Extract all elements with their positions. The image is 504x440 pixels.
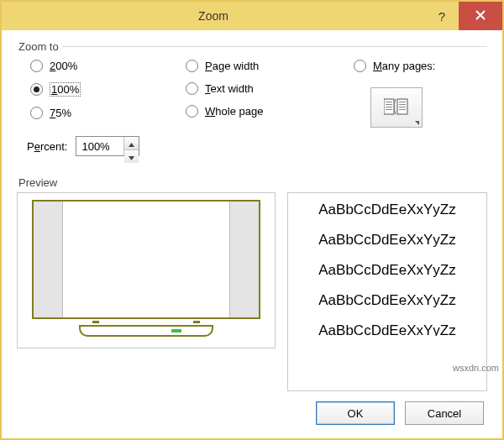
radio-icon: [30, 60, 43, 72]
zoom-dialog: Zoom ? Zoom to 200% 100%: [0, 0, 504, 440]
svg-rect-7: [399, 104, 406, 105]
cancel-button[interactable]: Cancel: [405, 401, 484, 425]
close-button[interactable]: [459, 2, 502, 30]
radio-icon: [354, 60, 366, 72]
ok-button[interactable]: OK: [316, 401, 395, 425]
radio-icon: [30, 107, 43, 119]
close-icon: [475, 10, 486, 23]
radio-75[interactable]: 75%: [30, 107, 177, 119]
many-pages-icon: [384, 97, 409, 118]
preview-label: Preview: [18, 176, 487, 189]
sample-line: AaBbCcDdEeXxYyZz: [295, 232, 480, 249]
radio-icon: [30, 83, 43, 96]
zoom-to-group: Zoom to 200% 100% 75%: [17, 40, 487, 168]
sample-line: AaBbCcDdEeXxYyZz: [295, 202, 480, 218]
radio-many-pages-label: Many pages:: [373, 60, 435, 72]
sample-line: AaBbCcDdEeXxYyZz: [295, 262, 480, 279]
chevron-up-icon: [129, 137, 134, 149]
svg-rect-2: [386, 104, 392, 105]
radio-whole-page[interactable]: Whole page: [186, 105, 345, 118]
radio-100[interactable]: 100%: [30, 82, 177, 97]
svg-rect-1: [386, 102, 392, 102]
radio-200-label: 200%: [50, 60, 77, 72]
svg-rect-3: [386, 107, 392, 107]
chevron-down-icon: [129, 150, 134, 163]
dialog-body: Zoom to 200% 100% 75%: [2, 30, 502, 438]
radio-icon: [186, 105, 198, 118]
radio-icon: [186, 82, 198, 95]
monitor-icon: [32, 200, 260, 319]
radio-text-width[interactable]: Text width: [186, 82, 345, 95]
spinner-up-button[interactable]: [124, 137, 139, 150]
svg-rect-8: [399, 107, 406, 107]
radio-100-label: 100%: [50, 82, 81, 97]
svg-rect-4: [386, 109, 392, 110]
preview-monitor-panel: [17, 192, 276, 348]
sample-line: AaBbCcDdEeXxYyZz: [295, 322, 480, 336]
zoom-to-legend: Zoom to: [18, 40, 62, 53]
dropdown-corner-icon: [415, 121, 419, 125]
help-button[interactable]: ?: [425, 2, 459, 30]
radio-page-width[interactable]: Page width: [186, 60, 345, 72]
window-title: Zoom: [2, 9, 425, 23]
percent-spinner[interactable]: [76, 136, 139, 156]
radio-200[interactable]: 200%: [30, 60, 177, 72]
many-pages-picker-button[interactable]: [370, 87, 423, 128]
svg-rect-6: [399, 102, 406, 102]
watermark: wsxdn.com: [453, 363, 499, 373]
percent-input[interactable]: [76, 137, 123, 155]
radio-page-width-label: Page width: [205, 60, 259, 72]
percent-label: Percent:: [27, 140, 67, 153]
spinner-down-button[interactable]: [124, 150, 139, 163]
titlebar: Zoom ?: [2, 2, 502, 30]
radio-whole-page-label: Whole page: [205, 105, 263, 118]
svg-rect-9: [399, 109, 406, 110]
monitor-base-icon: [79, 325, 213, 337]
preview-sample-text: AaBbCcDdEeXxYyZz AaBbCcDdEeXxYyZz AaBbCc…: [287, 192, 487, 391]
radio-text-width-label: Text width: [205, 82, 254, 95]
sample-line: AaBbCcDdEeXxYyZz: [295, 292, 480, 309]
radio-icon: [186, 60, 198, 72]
help-icon: ?: [438, 9, 445, 24]
radio-many-pages[interactable]: Many pages:: [354, 60, 482, 72]
radio-75-label: 75%: [50, 107, 71, 119]
